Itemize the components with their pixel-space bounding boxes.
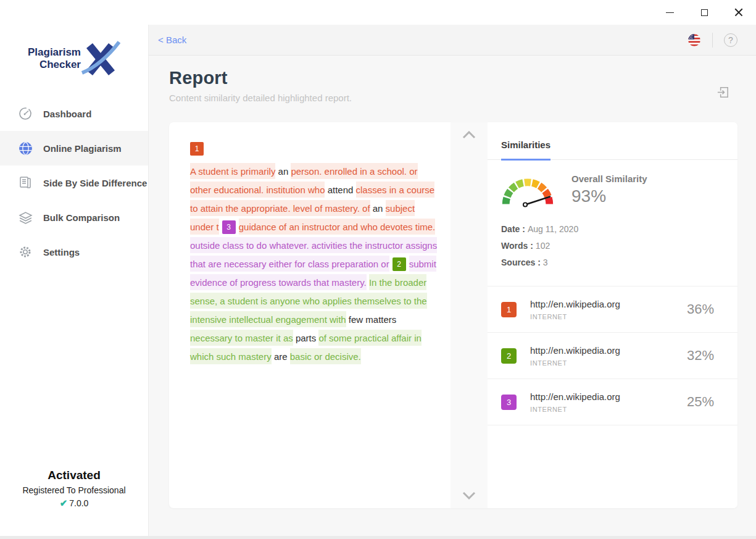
layers-icon xyxy=(17,209,33,225)
doc-segment: A student is primarily xyxy=(190,163,275,179)
activation-panel: Activated Registered To Professional ✔ 7… xyxy=(0,469,148,536)
sidebar: Plagiarism Checker DashboardOnline Plagi… xyxy=(0,25,149,536)
sidebar-item-label: Dashboard xyxy=(43,109,91,119)
window-titlebar xyxy=(0,0,756,25)
activation-version-row: ✔ 7.0.0 xyxy=(0,498,148,509)
sidebar-item-side-by-side-difference[interactable]: Side By Side Difference xyxy=(0,165,148,200)
logo-text: Plagiarism Checker xyxy=(28,46,81,71)
source-row-1[interactable]: 1http://en.wikipedia.orgINTERNET36% xyxy=(488,286,737,333)
report-meta: Date :Aug 11, 2020Words :102Sources :3 xyxy=(488,213,737,286)
globe-icon xyxy=(17,140,33,156)
source-info: http://en.wikipedia.orgINTERNET xyxy=(530,345,620,367)
main-area: < Back xyxy=(149,25,756,536)
doc-segment: an xyxy=(370,200,386,216)
help-icon[interactable]: ? xyxy=(724,33,737,47)
panel-tabs: Similarities xyxy=(488,135,737,160)
doc-segment: basic or decisive. xyxy=(290,348,361,364)
side-by-side-icon xyxy=(17,175,33,191)
app-logo: Plagiarism Checker xyxy=(0,25,148,89)
back-link[interactable]: < Back xyxy=(158,35,186,45)
language-flag-icon[interactable] xyxy=(687,33,701,47)
meta-value: Aug 11, 2020 xyxy=(528,224,578,234)
source-percent: 25% xyxy=(687,394,714,410)
source-type: INTERNET xyxy=(530,406,620,413)
export-report-button[interactable] xyxy=(716,85,730,102)
sidebar-item-settings[interactable]: Settings xyxy=(0,235,148,269)
logo-line1: Plagiarism xyxy=(28,46,81,59)
source-info: http://en.wikipedia.orgINTERNET xyxy=(530,299,620,320)
topbar-divider xyxy=(712,33,713,48)
page-title: Report xyxy=(169,68,737,88)
doc-segment: guidance of an instructor and who devote… xyxy=(239,219,436,235)
overall-similarity-block: Overall Similarity 93% xyxy=(488,160,737,213)
logo-x-icon xyxy=(81,40,120,78)
logo-line2: Checker xyxy=(28,59,81,71)
report-page: Report Content similarity detailed highl… xyxy=(149,56,756,536)
minimize-icon xyxy=(666,12,674,13)
meta-value: 3 xyxy=(543,257,548,267)
overall-info: Overall Similarity 93% xyxy=(571,173,647,206)
source-percent: 32% xyxy=(687,348,714,364)
meta-row-date: Date :Aug 11, 2020 xyxy=(501,224,724,234)
sidebar-item-label: Side By Side Difference xyxy=(43,178,147,188)
maximize-button[interactable] xyxy=(687,0,721,25)
close-icon xyxy=(734,8,743,17)
doc-segment: parts xyxy=(293,330,319,346)
meta-label: Sources : xyxy=(501,257,541,267)
page-header: Report Content similarity detailed highl… xyxy=(169,68,737,103)
activation-registered: Registered To Professional xyxy=(0,485,148,495)
source-url: http://en.wikipedia.org xyxy=(530,345,620,356)
activation-version: 7.0.0 xyxy=(69,498,88,508)
source-badge-1: 1 xyxy=(501,302,517,317)
sidebar-item-online-plagiarism[interactable]: Online Plagiarism xyxy=(0,131,148,165)
doc-segment: attend xyxy=(325,182,355,198)
doc-segment: are xyxy=(272,348,290,364)
highlight-badge-1[interactable]: 1 xyxy=(190,142,204,156)
similarities-panel: Similarities Overall Similarity 93% Da xyxy=(488,122,737,508)
document-pane: 1A student is primarily an person. enrol… xyxy=(169,122,451,508)
tab-underline xyxy=(501,159,550,161)
doc-segment: few matters xyxy=(346,311,397,327)
highlight-badge-3[interactable]: 3 xyxy=(222,220,236,234)
source-url: http://en.wikipedia.org xyxy=(530,299,620,309)
report-card: 1A student is primarily an person. enrol… xyxy=(169,122,737,508)
doc-segment: necessary to master it as xyxy=(190,330,293,346)
sidebar-item-dashboard[interactable]: Dashboard xyxy=(0,96,148,131)
sidebar-item-bulk-comparison[interactable]: Bulk Comparison xyxy=(0,200,148,235)
tab-similarities[interactable]: Similarities xyxy=(501,135,550,159)
highlight-badge-2[interactable]: 2 xyxy=(393,257,406,271)
source-url: http://en.wikipedia.org xyxy=(530,391,620,402)
meta-row-sources: Sources :3 xyxy=(501,257,724,267)
scroll-up-icon[interactable] xyxy=(462,131,476,139)
dashboard-icon xyxy=(17,106,33,122)
meta-label: Date : xyxy=(501,224,525,234)
document-text: 1A student is primarily an person. enrol… xyxy=(190,142,439,366)
source-type: INTERNET xyxy=(530,313,620,320)
topbar: < Back xyxy=(149,25,756,56)
source-row-3[interactable]: 3http://en.wikipedia.orgINTERNET25% xyxy=(488,379,737,425)
sidebar-nav: DashboardOnline PlagiarismSide By Side D… xyxy=(0,96,148,269)
sidebar-item-label: Settings xyxy=(43,247,80,257)
document-scrollbar xyxy=(451,122,488,508)
check-icon: ✔ xyxy=(60,498,68,509)
sidebar-item-label: Bulk Comparison xyxy=(43,212,120,223)
source-badge-2: 2 xyxy=(501,348,517,364)
overall-similarity-label: Overall Similarity xyxy=(571,173,647,184)
page-subtitle: Content similarity detailed highlighted … xyxy=(169,93,737,103)
meta-label: Words : xyxy=(501,241,533,251)
source-info: http://en.wikipedia.orgINTERNET xyxy=(530,391,620,413)
doc-segment: an xyxy=(275,163,291,179)
minimize-button[interactable] xyxy=(652,0,687,25)
overall-similarity-value: 93% xyxy=(571,186,647,206)
source-badge-3: 3 xyxy=(501,395,517,410)
meta-value: 102 xyxy=(536,241,550,251)
similarity-gauge-icon xyxy=(497,170,558,209)
source-type: INTERNET xyxy=(530,359,620,367)
scroll-down-icon[interactable] xyxy=(462,491,476,499)
sidebar-item-label: Online Plagiarism xyxy=(43,143,122,154)
gear-icon xyxy=(17,244,33,260)
sources-list: 1http://en.wikipedia.orgINTERNET36%2http… xyxy=(488,286,737,425)
close-button[interactable] xyxy=(721,0,756,25)
maximize-icon xyxy=(701,9,708,16)
source-row-2[interactable]: 2http://en.wikipedia.orgINTERNET32% xyxy=(488,333,737,379)
